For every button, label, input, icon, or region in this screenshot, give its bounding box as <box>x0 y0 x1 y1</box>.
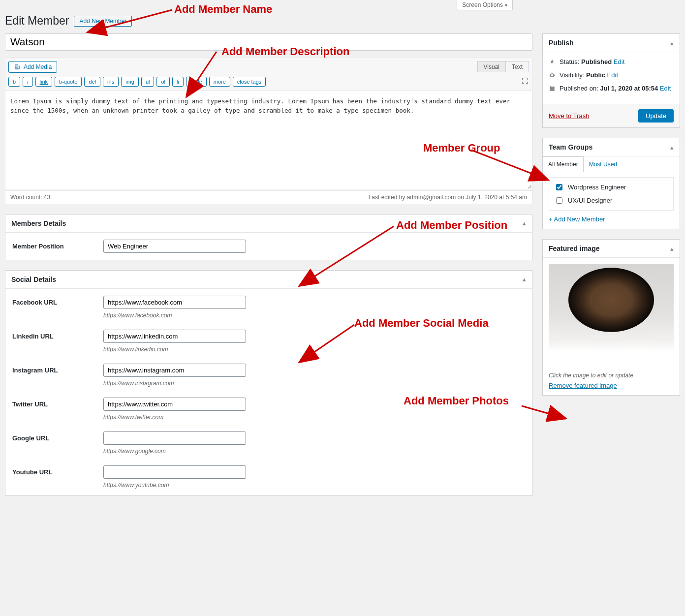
quicktag-li[interactable]: li <box>172 77 184 87</box>
page-title: Edit Member <box>5 14 69 28</box>
quicktag-del[interactable]: del <box>84 77 100 87</box>
add-media-label: Add Media <box>24 63 52 70</box>
edit-visibility-link[interactable]: Edit <box>607 71 618 79</box>
quicktag-b[interactable]: b <box>8 77 20 87</box>
social-details-box: Social Details ▴ Facebook URLhttps://www… <box>5 270 532 496</box>
quicktag-link[interactable]: link <box>35 77 53 87</box>
social-label: Google URL <box>12 431 103 442</box>
publish-heading: Publish <box>549 39 574 47</box>
media-icon <box>14 63 21 70</box>
collapse-toggle-icon[interactable]: ▴ <box>523 219 526 227</box>
team-groups-tab-all[interactable]: All Member <box>543 156 584 172</box>
team-groups-box: Team Groups ▴ All Member Most Used Wordp… <box>542 138 680 229</box>
add-new-member-group-link[interactable]: + Add New Member <box>549 216 605 223</box>
social-label: Twitter URL <box>12 398 103 408</box>
social-input-linkedin[interactable] <box>103 330 246 343</box>
featured-image-box: Featured image ▴ Click the image to edit… <box>542 239 680 396</box>
visibility-value: Public <box>586 71 605 79</box>
social-hint: https://www.facebook.com <box>103 312 246 319</box>
calendar-icon <box>549 85 556 92</box>
screen-options-toggle[interactable]: Screen Options <box>457 0 513 10</box>
team-group-label: UX/UI Designer <box>568 197 612 204</box>
social-hint: https://www.youtube.com <box>103 482 246 489</box>
featured-image-heading: Featured image <box>549 245 599 252</box>
quicktag-close-tags[interactable]: close tags <box>233 77 266 87</box>
collapse-toggle-icon[interactable]: ▴ <box>523 276 526 283</box>
collapse-toggle-icon[interactable]: ▴ <box>670 245 674 252</box>
eye-icon <box>549 72 556 79</box>
status-value: Published <box>581 58 612 65</box>
update-button[interactable]: Update <box>638 109 674 123</box>
published-label: Published on: <box>560 85 598 92</box>
social-label: Youtube URL <box>12 465 103 476</box>
team-group-item[interactable]: UX/UI Designer <box>554 196 668 205</box>
social-input-twitter[interactable] <box>103 398 246 411</box>
collapse-toggle-icon[interactable]: ▴ <box>670 144 674 151</box>
quicktag-img[interactable]: img <box>121 77 139 87</box>
social-label: Instagram URL <box>12 364 103 374</box>
status-label: Status: <box>560 58 579 65</box>
social-label: Linkedin URL <box>12 330 103 340</box>
editor-tab-text[interactable]: Text <box>505 61 529 72</box>
move-to-trash-link[interactable]: Move to Trash <box>549 112 589 120</box>
quicktag-more[interactable]: more <box>209 77 230 87</box>
team-groups-tab-most[interactable]: Most Used <box>584 156 623 172</box>
remove-featured-image-link[interactable]: Remove featured image <box>549 382 617 389</box>
visibility-label: Visibility: <box>560 71 584 79</box>
member-position-input[interactable] <box>103 240 246 253</box>
word-count: Word count: 43 <box>10 194 50 201</box>
member-description-textarea[interactable] <box>5 91 532 189</box>
edit-status-link[interactable]: Edit <box>614 58 624 65</box>
social-input-instagram[interactable] <box>103 364 246 377</box>
team-group-checkbox[interactable] <box>556 197 562 204</box>
published-value: Jul 1, 2020 at 05:54 <box>600 85 658 92</box>
last-edited: Last edited by admin@gmail.com on July 1… <box>369 194 527 201</box>
collapse-toggle-icon[interactable]: ▴ <box>670 39 674 47</box>
fullscreen-icon[interactable] <box>521 77 529 86</box>
social-details-heading: Social Details <box>11 276 56 283</box>
member-name-input[interactable] <box>5 33 532 51</box>
team-groups-heading: Team Groups <box>549 143 592 151</box>
editor-tab-visual[interactable]: Visual <box>477 61 506 72</box>
social-hint: https://www.google.com <box>103 448 246 455</box>
quicktag-i[interactable]: i <box>23 77 32 87</box>
quicktag-ins[interactable]: ins <box>103 77 119 87</box>
add-media-button[interactable]: Add Media <box>8 61 57 73</box>
social-label: Facebook URL <box>12 296 103 306</box>
social-input-facebook[interactable] <box>103 296 246 309</box>
edit-published-link[interactable]: Edit <box>660 85 671 92</box>
social-hint: https://www.instagram.com <box>103 380 246 387</box>
social-hint: https://www.twitter.com <box>103 414 246 421</box>
quicktag-code[interactable]: code <box>186 77 207 87</box>
team-group-checkbox[interactable] <box>556 184 562 190</box>
members-details-box: Members Details ▴ Member Position <box>5 214 532 260</box>
pin-icon <box>549 59 556 65</box>
quicktag-b-quote[interactable]: b-quote <box>55 77 82 87</box>
featured-image-note: Click the image to edit or update <box>549 372 674 379</box>
social-input-google[interactable] <box>103 431 246 445</box>
add-new-member-button[interactable]: Add New Member <box>74 16 132 27</box>
members-details-heading: Members Details <box>11 219 66 227</box>
social-hint: https://www.linkedin.com <box>103 346 246 353</box>
quicktag-ol[interactable]: ol <box>156 77 170 87</box>
team-group-label: Wordpress Engineer <box>568 184 626 191</box>
quicktag-ul[interactable]: ul <box>141 77 155 87</box>
featured-image[interactable] <box>549 264 674 367</box>
publish-box: Publish ▴ Status: Published Edit Visibil… <box>542 33 680 128</box>
member-position-label: Member Position <box>12 240 103 250</box>
social-input-youtube[interactable] <box>103 465 246 479</box>
editor: Add Media Visual Text bilinkb-quotedelin… <box>5 58 532 204</box>
team-group-item[interactable]: Wordpress Engineer <box>554 183 668 192</box>
